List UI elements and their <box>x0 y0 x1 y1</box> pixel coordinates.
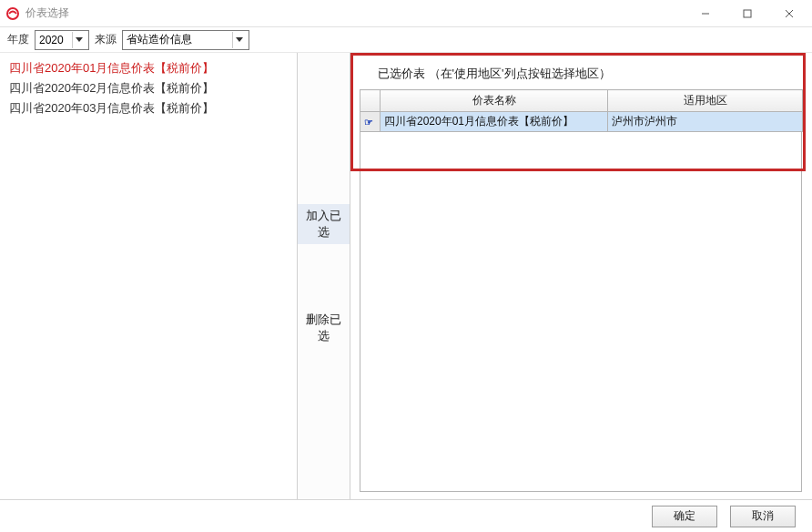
source-select-value: 省站造价信息 <box>127 32 228 47</box>
list-item[interactable]: 四川省2020年02月信息价表【税前价】 <box>7 78 289 98</box>
ok-button[interactable]: 确定 <box>652 506 717 527</box>
source-select[interactable]: 省站造价信息 <box>122 30 249 50</box>
selected-panel-title: 已选价表 （在'使用地区'列点按钮选择地区） <box>360 60 803 89</box>
list-item[interactable]: 四川省2020年01月信息价表【税前价】 <box>7 58 289 78</box>
app-icon <box>5 6 20 21</box>
selected-panel: 已选价表 （在'使用地区'列点按钮选择地区） 价表名称 适用地区 ☞四川省202… <box>350 53 812 499</box>
year-select-value: 2020 <box>39 34 68 46</box>
svg-point-0 <box>7 8 18 19</box>
footer: 确定 取消 <box>0 499 812 532</box>
transfer-buttons: 加入已选 删除已选 <box>298 53 350 499</box>
cancel-button[interactable]: 取消 <box>730 506 796 527</box>
year-label: 年度 <box>7 32 29 47</box>
table-header-name[interactable]: 价表名称 <box>381 90 608 112</box>
table-row[interactable]: ☞四川省2020年01月信息价表【税前价】泸州市泸州市 <box>360 112 803 132</box>
chevron-down-icon <box>232 32 245 48</box>
add-to-selected-button[interactable]: 加入已选 <box>298 204 350 244</box>
svg-rect-2 <box>744 10 751 17</box>
maximize-button[interactable] <box>726 0 768 27</box>
available-list: 四川省2020年01月信息价表【税前价】四川省2020年02月信息价表【税前价】… <box>0 53 298 499</box>
remove-from-selected-button[interactable]: 删除已选 <box>298 308 350 348</box>
year-select[interactable]: 2020 <box>35 30 89 50</box>
window-title: 价表选择 <box>25 5 69 21</box>
close-button[interactable] <box>768 0 810 27</box>
table-header-region[interactable]: 适用地区 <box>608 90 803 112</box>
selected-table: 价表名称 适用地区 ☞四川省2020年01月信息价表【税前价】泸州市泸州市 <box>360 89 803 132</box>
main: 四川省2020年01月信息价表【税前价】四川省2020年02月信息价表【税前价】… <box>0 53 812 499</box>
table-header-marker <box>360 90 381 112</box>
table-empty-area <box>360 132 802 492</box>
chevron-down-icon <box>72 32 85 48</box>
titlebar: 价表选择 <box>0 0 812 27</box>
row-region[interactable]: 泸州市泸州市 <box>608 112 803 132</box>
filter-bar: 年度 2020 来源 省站造价信息 <box>0 27 812 53</box>
list-item[interactable]: 四川省2020年03月信息价表【税前价】 <box>7 98 289 118</box>
minimize-button[interactable] <box>685 0 726 27</box>
row-marker: ☞ <box>360 112 381 132</box>
source-label: 来源 <box>95 32 117 47</box>
row-name: 四川省2020年01月信息价表【税前价】 <box>381 112 608 132</box>
pointer-icon: ☞ <box>364 117 373 128</box>
